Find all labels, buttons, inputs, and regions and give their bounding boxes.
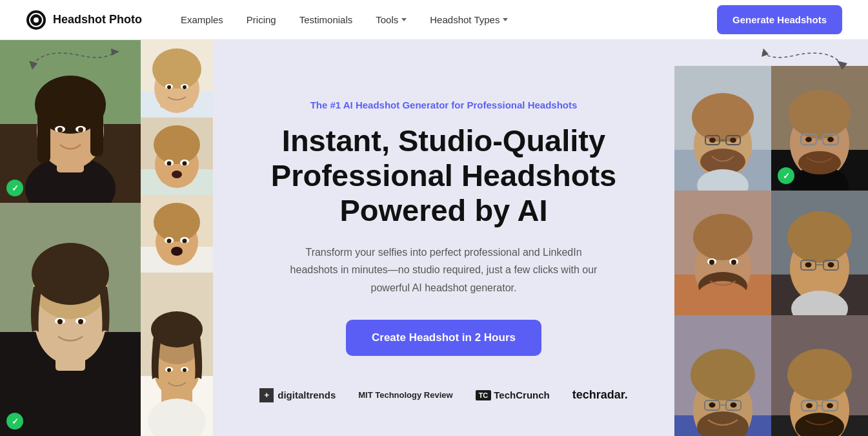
left-photo-2: ✓ (0, 203, 141, 436)
svg-point-115 (691, 349, 755, 400)
left-photo-area: ✓ (0, 40, 213, 436)
hero-center: The #1 AI Headshot Generator for Profess… (213, 40, 674, 436)
rface-svg-6 (771, 315, 868, 436)
svg-marker-69 (837, 61, 847, 70)
svg-point-50 (154, 203, 200, 242)
svg-point-84 (789, 90, 851, 139)
svg-point-2 (34, 17, 39, 23)
svg-point-27 (78, 319, 83, 324)
mit-technology-review-logo: MIT Technology Review (358, 390, 452, 400)
svg-point-16 (78, 127, 83, 132)
face-svg-6 (141, 273, 213, 436)
svg-point-99 (731, 260, 736, 265)
face-svg-4 (141, 118, 213, 195)
svg-point-120 (731, 402, 737, 408)
svg-point-130 (827, 403, 833, 408)
check-badge-1: ✓ (6, 180, 23, 196)
right-arrow-icon (758, 45, 849, 71)
right-photo-2: ✓ (771, 66, 868, 191)
right-photo-area: ✓ (674, 40, 868, 436)
left-photo-5 (141, 195, 213, 273)
right-photo-4 (771, 191, 868, 315)
svg-point-73 (692, 93, 754, 142)
right-photo-3 (674, 191, 771, 315)
svg-point-119 (709, 402, 716, 408)
techradar-logo: techradar. (572, 388, 628, 402)
svg-point-45 (183, 161, 187, 166)
face-svg-5 (141, 195, 213, 273)
rface-svg-5 (674, 315, 771, 436)
svg-point-89 (827, 137, 834, 142)
navbar-links: Examples Pricing Testimonials Tools Head… (181, 14, 717, 25)
svg-marker-4 (29, 61, 37, 70)
svg-point-88 (805, 137, 812, 142)
check-badge-3: ✓ (778, 167, 794, 184)
nav-pricing[interactable]: Pricing (247, 14, 276, 25)
svg-point-65 (167, 368, 171, 372)
left-photo-4 (141, 118, 213, 195)
svg-point-55 (183, 239, 187, 244)
headshot-types-chevron-icon (503, 18, 508, 21)
svg-point-129 (806, 403, 812, 408)
svg-point-23 (32, 243, 109, 305)
hero-cta-button[interactable]: Create Headshot in 2 Hours (346, 320, 541, 356)
svg-point-95 (693, 214, 752, 260)
logo-text: Headshot Photo (53, 13, 142, 26)
svg-rect-11 (37, 105, 50, 163)
svg-point-54 (167, 239, 172, 244)
svg-point-31 (152, 48, 201, 90)
nav-testimonials[interactable]: Testimonials (299, 14, 353, 25)
right-photo-5 (674, 315, 771, 436)
nav-headshot-types[interactable]: Headshot Types (430, 14, 508, 25)
right-photo-6: ✓ (771, 315, 868, 436)
svg-point-56 (171, 247, 183, 256)
svg-point-78 (730, 138, 736, 143)
hero-description: Transform your selfies into perfect prof… (289, 244, 599, 296)
svg-point-46 (172, 171, 182, 178)
logo-icon (26, 10, 46, 30)
generate-headshots-button[interactable]: Generate Headshots (717, 5, 842, 34)
svg-rect-32 (160, 88, 194, 108)
svg-rect-12 (90, 105, 103, 156)
svg-point-40 (154, 125, 200, 164)
rface-svg-1 (674, 66, 771, 191)
face-svg-2 (0, 203, 141, 436)
svg-point-35 (167, 85, 171, 89)
svg-point-44 (167, 161, 172, 166)
nav-tools[interactable]: Tools (376, 14, 407, 25)
right-photo-1 (674, 66, 771, 191)
left-photo-6 (141, 273, 213, 436)
svg-point-66 (183, 368, 187, 372)
check-badge-2: ✓ (6, 413, 23, 430)
navbar: Headshot Photo Examples Pricing Testimon… (0, 0, 868, 40)
logo-link[interactable]: Headshot Photo (26, 10, 142, 30)
svg-point-15 (57, 127, 63, 132)
svg-point-36 (183, 85, 187, 89)
face-svg-3 (141, 40, 213, 118)
left-arrow-icon (26, 45, 123, 71)
digitaltrends-logo: + digitaltrends (259, 388, 336, 402)
tools-chevron-icon (401, 18, 407, 21)
svg-point-109 (805, 262, 812, 267)
svg-point-110 (828, 262, 834, 267)
svg-marker-3 (111, 48, 119, 56)
svg-point-77 (709, 138, 716, 143)
svg-point-91 (798, 151, 841, 174)
press-logos-row: + digitaltrends MIT Technology Review TC… (259, 388, 628, 402)
techcrunch-logo: TC TechCrunch (476, 389, 550, 400)
hero-title: Instant, Studio-Quality Professional Hea… (271, 123, 616, 228)
hero-subtitle: The #1 AI Headshot Generator for Profess… (310, 99, 578, 110)
svg-point-98 (709, 260, 714, 265)
svg-point-26 (57, 319, 63, 324)
svg-point-125 (787, 349, 852, 400)
hero-section: ✓ (0, 40, 868, 436)
svg-point-105 (787, 211, 852, 263)
rface-svg-4 (771, 191, 868, 315)
nav-examples[interactable]: Examples (181, 14, 223, 25)
left-photo-3 (141, 40, 213, 118)
rface-svg-3 (674, 191, 771, 315)
